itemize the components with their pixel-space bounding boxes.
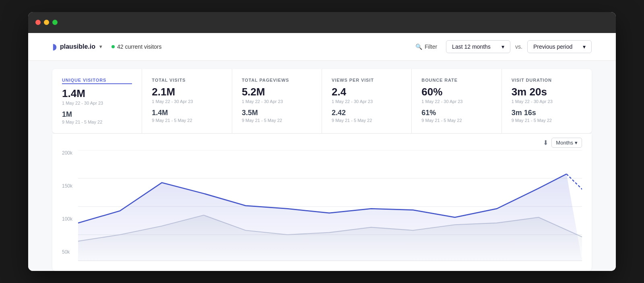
chart-area: ⬇ Months ▾ 200k 150k 100k 50k (52, 134, 592, 271)
metric-label-visit-duration: VISIT DURATION (512, 78, 582, 83)
date-range-label: Last 12 months (452, 43, 491, 50)
current-visitors-count: 42 current visitors (117, 43, 161, 50)
metric-prev-date-unique-visitors: 9 May 21 - 5 May 22 (62, 120, 132, 124)
metric-value-visit-duration: 3m 20s (512, 86, 582, 98)
metric-prev-value-total-visits: 1.4M (152, 109, 222, 117)
metric-value-total-pageviews: 5.2M (242, 86, 312, 98)
metric-date-total-pageviews: 1 May 22 - 30 Apr 23 (242, 99, 312, 104)
interval-selector[interactable]: Months ▾ (551, 138, 582, 148)
metrics-row: UNIQUE VISITORS 1.4M 1 May 22 - 30 Apr 2… (52, 69, 592, 134)
header: ◗ plausible.io ▾ 42 current visitors 🔍 F… (28, 33, 616, 61)
titlebar (28, 12, 616, 33)
metric-date-unique-visitors: 1 May 22 - 30 Apr 23 (62, 101, 132, 105)
metric-prev-value-unique-visitors: 1M (62, 110, 132, 119)
metric-card-visit-duration[interactable]: VISIT DURATION 3m 20s 1 May 22 - 30 Apr … (502, 69, 592, 133)
comparison-selector[interactable]: Previous period ▾ (527, 40, 592, 53)
metric-value-views-per-visit: 2.4 (332, 86, 402, 98)
metric-label-total-pageviews: TOTAL PAGEVIEWS (242, 78, 312, 83)
maximize-button[interactable] (52, 20, 58, 25)
metric-value-total-visits: 2.1M (152, 86, 222, 98)
metric-value-unique-visitors: 1.4M (62, 87, 132, 100)
metric-label-unique-visitors: UNIQUE VISITORS (62, 78, 132, 84)
metric-prev-value-views-per-visit: 2.42 (332, 109, 402, 117)
y-axis-labels: 200k 150k 100k 50k (62, 150, 72, 263)
date-range-selector[interactable]: Last 12 months ▾ (446, 40, 510, 53)
site-name: plausible.io (60, 43, 95, 50)
metric-prev-value-total-pageviews: 3.5M (242, 109, 312, 117)
interval-dropdown-icon: ▾ (575, 140, 578, 146)
minimize-button[interactable] (44, 20, 49, 25)
logo-icon: ◗ (52, 42, 57, 52)
download-button[interactable]: ⬇ (543, 139, 548, 147)
interval-label: Months (556, 140, 573, 146)
filter-label: Filter (425, 43, 437, 50)
metric-date-visit-duration: 1 May 22 - 30 Apr 23 (512, 99, 582, 104)
metric-label-bounce-rate: BOUNCE RATE (421, 78, 491, 83)
metric-date-total-visits: 1 May 22 - 30 Apr 23 (152, 99, 222, 104)
line-chart: 200k 150k 100k 50k (62, 150, 582, 263)
metric-prev-date-visit-duration: 9 May 21 - 5 May 22 (512, 118, 582, 123)
metric-prev-value-visit-duration: 3m 16s (512, 109, 582, 117)
search-icon: 🔍 (415, 43, 422, 50)
metric-value-bounce-rate: 60% (421, 86, 491, 98)
current-visitors-badge: 42 current visitors (111, 43, 161, 50)
metric-prev-date-views-per-visit: 9 May 21 - 5 May 22 (332, 118, 402, 123)
metric-prev-date-total-visits: 9 May 21 - 5 May 22 (152, 118, 222, 123)
filter-button[interactable]: 🔍 Filter (411, 41, 441, 52)
y-label-150k: 150k (62, 183, 72, 189)
metric-label-total-visits: TOTAL VISITS (152, 78, 222, 83)
vs-label: vs. (515, 43, 522, 50)
y-label-100k: 100k (62, 216, 72, 222)
header-controls: 🔍 Filter Last 12 months ▾ vs. Previous p… (411, 40, 592, 53)
chart-svg (78, 150, 582, 263)
site-dropdown-icon: ▾ (99, 44, 102, 50)
chart-toolbar: ⬇ Months ▾ (62, 134, 582, 150)
metric-prev-date-bounce-rate: 9 May 21 - 5 May 22 (421, 118, 491, 123)
close-button[interactable] (35, 20, 41, 25)
y-label-200k: 200k (62, 150, 72, 156)
metric-date-bounce-rate: 1 May 22 - 30 Apr 23 (421, 99, 491, 104)
chart-svg-container (78, 150, 582, 263)
metric-label-views-per-visit: VIEWS PER VISIT (332, 78, 402, 83)
metric-prev-date-total-pageviews: 9 May 21 - 5 May 22 (242, 118, 312, 123)
live-indicator-dot (111, 45, 115, 48)
download-icon: ⬇ (543, 139, 548, 146)
metric-card-total-visits[interactable]: TOTAL VISITS 2.1M 1 May 22 - 30 Apr 23 1… (142, 69, 232, 133)
metric-card-bounce-rate[interactable]: BOUNCE RATE 60% 1 May 22 - 30 Apr 23 61%… (412, 69, 502, 133)
current-period-fill (78, 174, 582, 260)
browser-window: ◗ plausible.io ▾ 42 current visitors 🔍 F… (28, 12, 616, 271)
date-range-dropdown-icon: ▾ (502, 43, 504, 50)
comparison-dropdown-icon: ▾ (583, 43, 586, 50)
metric-prev-value-bounce-rate: 61% (421, 109, 491, 117)
site-selector[interactable]: ◗ plausible.io ▾ (52, 42, 102, 52)
y-label-50k: 50k (62, 249, 72, 255)
metric-card-views-per-visit[interactable]: VIEWS PER VISIT 2.4 1 May 22 - 30 Apr 23… (322, 69, 412, 133)
metric-date-views-per-visit: 1 May 22 - 30 Apr 23 (332, 99, 402, 104)
comparison-label: Previous period (533, 43, 572, 50)
page-content: ◗ plausible.io ▾ 42 current visitors 🔍 F… (28, 33, 616, 271)
metric-card-unique-visitors[interactable]: UNIQUE VISITORS 1.4M 1 May 22 - 30 Apr 2… (52, 69, 142, 133)
metric-card-total-pageviews[interactable]: TOTAL PAGEVIEWS 5.2M 1 May 22 - 30 Apr 2… (232, 69, 322, 133)
